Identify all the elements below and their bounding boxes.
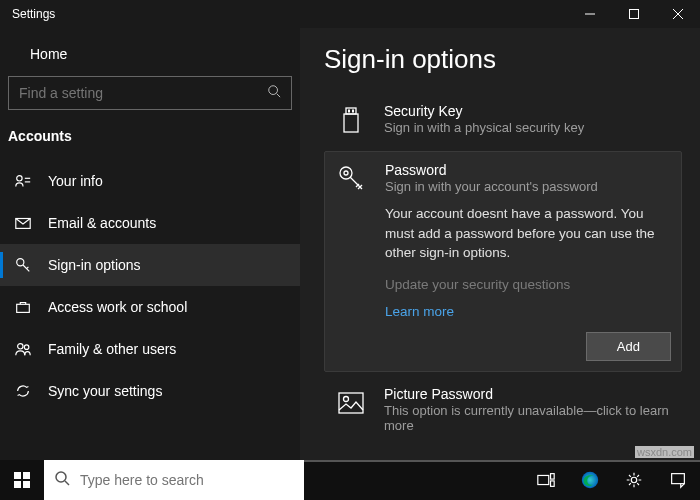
taskbar-notifications-icon[interactable] [656,460,700,500]
taskbar-search[interactable] [44,460,304,500]
sync-icon [14,382,32,400]
key-icon [14,256,32,274]
search-icon [267,84,281,102]
svg-point-6 [17,176,22,181]
sidebar-item-label: Access work or school [48,299,187,315]
option-subtitle: This option is currently unavailable—cli… [384,403,672,433]
watermark: wsxdn.com [635,446,694,458]
svg-point-13 [24,345,29,350]
taskbar-search-input[interactable] [80,472,294,488]
page-title: Sign-in options [324,44,682,75]
svg-point-26 [56,472,66,482]
sidebar-item-your-info[interactable]: Your info [0,160,300,202]
update-security-questions-link[interactable]: Update your security questions [385,277,671,292]
minimize-button[interactable] [568,0,612,28]
learn-more-link[interactable]: Learn more [385,304,454,319]
sidebar-item-label: Sign-in options [48,257,141,273]
svg-rect-16 [348,110,350,113]
sidebar-item-access-work-school[interactable]: Access work or school [0,286,300,328]
settings-search[interactable] [8,76,292,110]
key-icon [335,162,369,196]
sidebar-item-label: Your info [48,173,103,189]
sidebar-item-label: Sync your settings [48,383,162,399]
svg-line-27 [65,481,69,485]
svg-rect-15 [344,114,358,132]
taskbar [0,460,700,500]
svg-rect-17 [352,110,354,113]
option-title: Password [385,162,671,178]
titlebar: Settings [0,0,700,28]
picture-icon [334,386,368,420]
sidebar-item-label: Family & other users [48,341,176,357]
maximize-button[interactable] [612,0,656,28]
option-picture-password[interactable]: Picture Password This option is currentl… [324,376,682,443]
briefcase-icon [14,298,32,316]
svg-point-12 [18,344,23,349]
svg-rect-25 [23,481,30,488]
search-icon [54,470,70,490]
sidebar-item-label: Email & accounts [48,215,156,231]
svg-rect-30 [551,481,555,486]
add-password-button[interactable]: Add [586,332,671,361]
close-button[interactable] [656,0,700,28]
usb-key-icon [334,103,368,137]
home-label: Home [30,46,67,62]
svg-point-21 [344,396,349,401]
sidebar-category: Accounts [0,118,300,154]
svg-line-5 [277,94,281,98]
svg-rect-1 [630,10,639,19]
window-title: Settings [12,7,55,21]
home-button[interactable]: Home [0,36,300,76]
svg-rect-23 [23,472,30,479]
svg-rect-28 [538,475,549,484]
option-security-key[interactable]: Security Key Sign in with a physical sec… [324,93,682,147]
svg-rect-22 [14,472,21,479]
svg-point-19 [344,171,348,175]
window-controls [568,0,700,28]
svg-rect-29 [551,474,555,479]
taskbar-edge-icon[interactable] [568,460,612,500]
svg-point-10 [17,259,24,266]
taskbar-task-view[interactable] [524,460,568,500]
taskbar-active-indicator [304,460,700,462]
option-password[interactable]: Password Sign in with your account's pas… [324,151,682,372]
mail-icon [14,214,32,232]
content-pane: Sign-in options Security Key Sign in wit… [300,28,700,460]
people-icon [14,340,32,358]
svg-rect-20 [339,393,363,413]
svg-point-4 [269,86,278,95]
option-subtitle: Sign in with a physical security key [384,120,672,135]
svg-rect-33 [672,474,685,484]
svg-rect-11 [17,304,30,312]
person-card-icon [14,172,32,190]
password-detail-text: Your account doesnt have a password. You… [385,204,671,263]
svg-point-32 [631,477,636,482]
sidebar-item-family-users[interactable]: Family & other users [0,328,300,370]
sidebar: Home Accounts Your info Email & a [0,28,300,460]
option-title: Picture Password [384,386,672,402]
option-subtitle: Sign in with your account's password [385,179,671,194]
settings-search-input[interactable] [19,85,255,101]
svg-rect-24 [14,481,21,488]
start-button[interactable] [0,460,44,500]
sidebar-item-signin-options[interactable]: Sign-in options [0,244,300,286]
option-title: Security Key [384,103,672,119]
sidebar-item-email-accounts[interactable]: Email & accounts [0,202,300,244]
sidebar-item-sync-settings[interactable]: Sync your settings [0,370,300,412]
taskbar-settings-icon[interactable] [612,460,656,500]
svg-rect-14 [346,108,356,114]
